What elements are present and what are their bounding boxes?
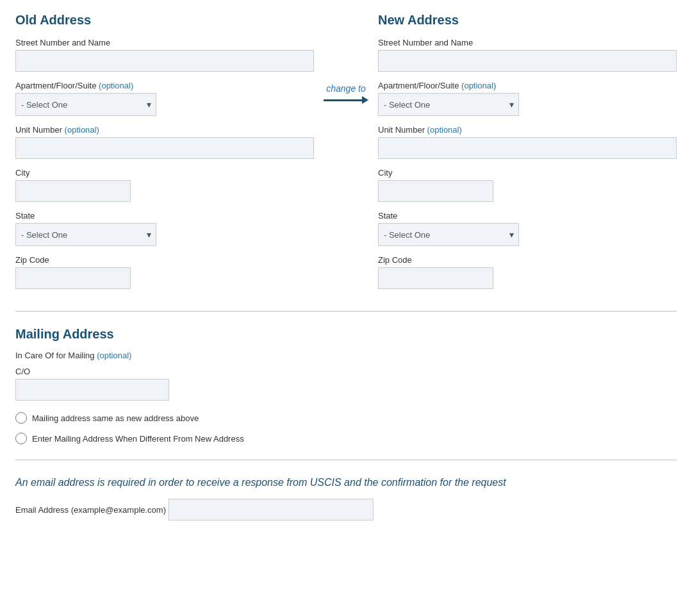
old-city-label: City xyxy=(15,168,314,178)
new-city-input[interactable] xyxy=(378,180,493,202)
mailing-radio-group: Mailing address same as new address abov… xyxy=(15,412,677,444)
in-care-label: In Care Of for Mailing (optional) xyxy=(15,351,677,360)
email-section: An email address is required in order to… xyxy=(15,476,677,520)
mailing-address-section: Mailing Address In Care Of for Mailing (… xyxy=(15,327,677,444)
old-apartment-optional: (optional) xyxy=(99,81,133,90)
email-input[interactable] xyxy=(169,499,374,520)
radio-same-input[interactable] xyxy=(15,412,27,424)
old-unit-label: Unit Number (optional) xyxy=(15,125,314,135)
new-state-group: State - Select One ALAKAZAR CACOCTDE FLG… xyxy=(378,211,677,246)
new-city-group: City xyxy=(378,168,677,202)
old-city-group: City xyxy=(15,168,314,202)
email-label: Email Address (example@example.com) xyxy=(15,505,166,515)
radio-different-text: Enter Mailing Address When Different Fro… xyxy=(32,434,244,444)
old-street-label: Street Number and Name xyxy=(15,38,314,47)
new-city-label: City xyxy=(378,168,677,178)
radio-same-text: Mailing address same as new address abov… xyxy=(32,413,199,423)
old-zip-group: Zip Code xyxy=(15,255,314,289)
new-apartment-group: Apartment/Floor/Suite (optional) - Selec… xyxy=(378,81,677,116)
new-state-select-wrapper: - Select One ALAKAZAR CACOCTDE FLGAHIID … xyxy=(378,223,519,246)
old-address-title: Old Address xyxy=(15,13,314,28)
old-street-group: Street Number and Name xyxy=(15,38,314,72)
old-city-input[interactable] xyxy=(15,180,131,202)
new-unit-label: Unit Number (optional) xyxy=(378,125,677,135)
new-unit-optional: (optional) xyxy=(427,125,462,135)
radio-different-label[interactable]: Enter Mailing Address When Different Fro… xyxy=(15,433,677,444)
email-notice: An email address is required in order to… xyxy=(15,476,677,490)
mailing-address-title: Mailing Address xyxy=(15,327,677,342)
old-apartment-select[interactable]: - Select One Apartment Floor Suite xyxy=(15,93,156,116)
old-unit-optional: (optional) xyxy=(65,125,99,135)
old-apartment-select-wrapper: - Select One Apartment Floor Suite xyxy=(15,93,156,116)
new-apartment-select[interactable]: - Select One Apartment Floor Suite xyxy=(378,93,519,116)
divider-1 xyxy=(15,311,677,312)
old-state-group: State - Select One ALAKAZAR CACOCTDE FLG… xyxy=(15,211,314,246)
old-state-select[interactable]: - Select One ALAKAZAR CACOCTDE FLGAHIID … xyxy=(15,223,156,246)
new-street-input[interactable] xyxy=(378,50,677,72)
new-zip-group: Zip Code xyxy=(378,255,677,289)
old-zip-input[interactable] xyxy=(15,267,131,289)
new-state-select[interactable]: - Select One ALAKAZAR CACOCTDE FLGAHIID … xyxy=(378,223,519,246)
new-unit-input[interactable] xyxy=(378,137,677,159)
change-to-block: change to xyxy=(314,13,378,104)
new-unit-group: Unit Number (optional) xyxy=(378,125,677,159)
new-zip-input[interactable] xyxy=(378,267,493,289)
old-zip-label: Zip Code xyxy=(15,255,314,265)
radio-same-label[interactable]: Mailing address same as new address abov… xyxy=(15,412,677,424)
divider-2 xyxy=(15,460,677,460)
new-apartment-optional: (optional) xyxy=(461,81,496,90)
old-apartment-label: Apartment/Floor/Suite (optional) xyxy=(15,81,314,90)
new-street-group: Street Number and Name xyxy=(378,38,677,72)
change-to-label: change to xyxy=(326,83,366,94)
co-input[interactable] xyxy=(15,379,169,401)
old-unit-group: Unit Number (optional) xyxy=(15,125,314,159)
old-state-label: State xyxy=(15,211,314,221)
new-apartment-select-wrapper: - Select One Apartment Floor Suite xyxy=(378,93,519,116)
change-to-arrow xyxy=(324,96,368,104)
arrow-head xyxy=(362,96,368,104)
new-street-label: Street Number and Name xyxy=(378,38,677,47)
co-label: C/O xyxy=(15,367,677,376)
old-state-select-wrapper: - Select One ALAKAZAR CACOCTDE FLGAHIID … xyxy=(15,223,156,246)
old-unit-input[interactable] xyxy=(15,137,314,159)
radio-different-input[interactable] xyxy=(15,433,27,444)
email-field-group: Email Address (example@example.com) xyxy=(15,499,677,520)
new-state-label: State xyxy=(378,211,677,221)
new-zip-label: Zip Code xyxy=(378,255,677,265)
old-apartment-group: Apartment/Floor/Suite (optional) - Selec… xyxy=(15,81,314,116)
new-apartment-label: Apartment/Floor/Suite (optional) xyxy=(378,81,677,90)
old-street-input[interactable] xyxy=(15,50,314,72)
in-care-optional: (optional) xyxy=(97,351,131,360)
old-address-block: Old Address Street Number and Name Apart… xyxy=(15,13,314,298)
new-address-title: New Address xyxy=(378,13,677,28)
arrow-shaft xyxy=(324,99,362,101)
new-address-block: New Address Street Number and Name Apart… xyxy=(378,13,677,298)
